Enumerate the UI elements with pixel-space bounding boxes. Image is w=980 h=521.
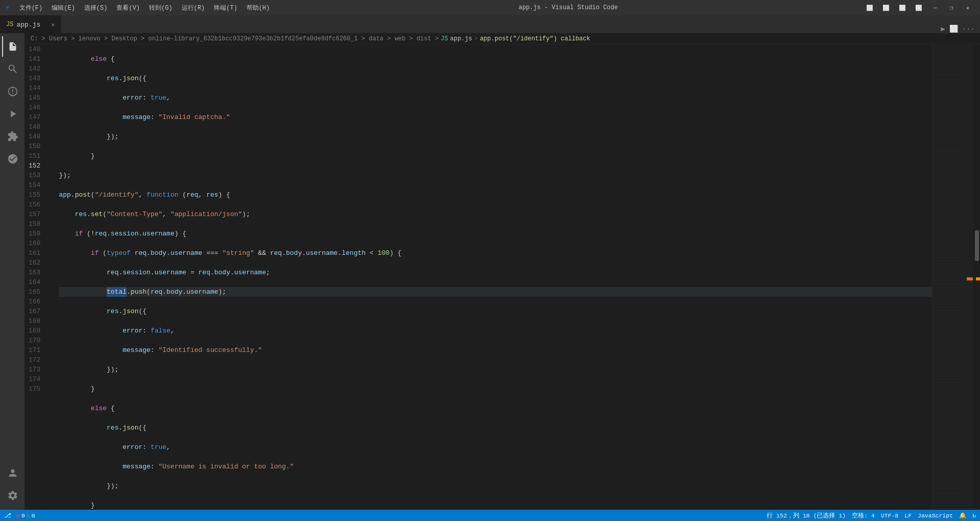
code-line-163: } xyxy=(59,501,932,510)
code-line-160: error: true, xyxy=(59,442,932,452)
status-encoding[interactable]: UTF-8 xyxy=(881,512,899,519)
ln-174: 174 xyxy=(29,374,46,384)
code-line-143: message: "Invalid captcha." xyxy=(59,112,932,122)
menu-view[interactable]: 查看(V) xyxy=(112,3,144,13)
window-controls[interactable]: ⬜ ⬜ ⬜ ⬜ — ❐ ✕ xyxy=(863,3,975,13)
ln-147: 147 xyxy=(29,112,46,122)
code-line-149: if (!req.session.username) { xyxy=(59,229,932,239)
ln-145: 145 xyxy=(29,93,46,103)
code-line-144: }); xyxy=(59,132,932,141)
menu-terminal[interactable]: 终端(T) xyxy=(210,3,241,13)
run-button[interactable]: ▶ xyxy=(941,25,945,33)
breadcrumb-file: app.js xyxy=(450,35,472,42)
ln-168: 168 xyxy=(29,316,46,326)
activity-account[interactable] xyxy=(2,463,22,483)
ln-172: 172 xyxy=(29,355,46,365)
ln-143: 143 xyxy=(29,74,46,83)
workspace: C: > Users > lenovo > Desktop > online-l… xyxy=(0,33,980,510)
warning-indicator xyxy=(976,277,980,280)
more-actions-button[interactable]: ··· xyxy=(962,25,975,33)
layout2-icon[interactable]: ⬜ xyxy=(879,3,893,13)
error-icon: ⊗ xyxy=(16,512,20,519)
layout-icon[interactable]: ⬜ xyxy=(863,3,877,13)
ln-153: 153 xyxy=(29,171,46,180)
code-line-159: res.json({ xyxy=(59,423,932,433)
status-errors[interactable]: ⊗ 0 ⚠ 0 xyxy=(16,512,35,519)
ln-146: 146 xyxy=(29,103,46,112)
maximize-button[interactable]: ❐ xyxy=(944,3,959,13)
status-left: ⎇ ⊗ 0 ⚠ 0 xyxy=(4,512,35,519)
encoding-text: UTF-8 xyxy=(881,512,899,519)
code-line-153: res.json({ xyxy=(59,306,932,316)
line-numbers: 140 141 142 143 144 145 146 147 148 149 … xyxy=(24,44,51,510)
code-line-154: error: false, xyxy=(59,326,932,336)
menu-select[interactable]: 选择(S) xyxy=(80,3,112,13)
tab-appjs[interactable]: JS app.js ✕ xyxy=(0,15,61,33)
sync-icon: ↻ xyxy=(972,512,976,519)
code-line-157: } xyxy=(59,384,932,394)
breadcrumb-js-icon: JS xyxy=(440,35,448,42)
ln-149: 149 xyxy=(29,132,46,141)
breadcrumb: C: > Users > lenovo > Desktop > online-l… xyxy=(24,33,980,44)
layout3-icon[interactable]: ⬜ xyxy=(895,3,910,13)
spaces-text: 空格: 4 xyxy=(852,512,875,519)
tab-bar: JS app.js ✕ ▶ ⬜ ··· xyxy=(0,15,980,33)
activity-bar xyxy=(0,33,24,510)
ln-157: 157 xyxy=(29,209,46,219)
breadcrumb-separator: > xyxy=(474,35,478,42)
close-button[interactable]: ✕ xyxy=(961,3,975,13)
editor-area: 140 141 142 143 144 145 146 147 148 149 … xyxy=(24,44,980,510)
window-title: app.js - Visual Studio Code xyxy=(274,4,863,11)
status-language[interactable]: JavaScript xyxy=(918,512,953,519)
activity-extensions[interactable] xyxy=(2,126,22,147)
feedback-icon: 🔔 xyxy=(959,512,966,519)
status-line-col[interactable]: 行 152，列 18 (已选择 1) xyxy=(767,512,846,519)
ln-164: 164 xyxy=(29,277,46,287)
ln-166: 166 xyxy=(29,297,46,306)
activity-settings[interactable] xyxy=(2,485,22,506)
status-spaces[interactable]: 空格: 4 xyxy=(852,512,875,519)
code-line-148: res.set("Content-Type", "application/jso… xyxy=(59,209,932,219)
activity-search[interactable] xyxy=(2,59,22,79)
ln-175: 175 xyxy=(29,384,46,394)
menu-edit[interactable]: 编辑(E) xyxy=(47,3,79,13)
menu-file[interactable]: 文件(F) xyxy=(15,3,47,13)
ln-167: 167 xyxy=(29,306,46,316)
title-bar: ⚡ 文件(F) 编辑(E) 选择(S) 查看(V) 转到(G) 运行(R) 终端… xyxy=(0,0,980,15)
menu-help[interactable]: 帮助(H) xyxy=(242,3,274,13)
ln-171: 171 xyxy=(29,345,46,355)
ln-150: 150 xyxy=(29,141,46,151)
status-eol[interactable]: LF xyxy=(904,512,912,519)
code-line-158: else { xyxy=(59,404,932,413)
scrollbar[interactable] xyxy=(973,44,980,510)
status-sync[interactable]: ↻ xyxy=(972,512,976,519)
code-line-156: }); xyxy=(59,365,932,374)
code-line-155: message: "Identified successfully." xyxy=(59,345,932,355)
error-count: 0 xyxy=(21,512,25,519)
minimize-button[interactable]: — xyxy=(928,3,942,13)
minimap-highlight xyxy=(967,277,973,280)
menu-goto[interactable]: 转到(G) xyxy=(145,3,177,13)
ln-152: 152 xyxy=(29,161,46,171)
code-line-152: total.push(req.body.username); xyxy=(59,287,932,297)
scrollbar-thumb[interactable] xyxy=(975,230,979,261)
menu-run[interactable]: 运行(R) xyxy=(178,3,209,13)
status-bar: ⎇ ⊗ 0 ⚠ 0 行 152，列 18 (已选择 1) 空格: 4 UTF-8… xyxy=(0,510,980,521)
ln-142: 142 xyxy=(29,64,46,74)
code-editor[interactable]: else { res.json({ error: true, message: … xyxy=(51,44,932,510)
code-container[interactable]: 140 141 142 143 144 145 146 147 148 149 … xyxy=(24,44,932,510)
code-line-162: }); xyxy=(59,481,932,491)
menu-bar[interactable]: 文件(F) 编辑(E) 选择(S) 查看(V) 转到(G) 运行(R) 终端(T… xyxy=(15,3,274,13)
code-line-140: else { xyxy=(59,54,932,64)
split-editor-button[interactable]: ⬜ xyxy=(949,25,958,33)
status-git-branch[interactable]: ⎇ xyxy=(4,512,11,519)
status-feedback[interactable]: 🔔 xyxy=(959,512,966,519)
activity-run-debug[interactable] xyxy=(2,104,22,124)
eol-text: LF xyxy=(904,512,912,519)
activity-source-control[interactable] xyxy=(2,81,22,102)
activity-explorer[interactable] xyxy=(2,36,22,57)
code-line-141: res.json({ xyxy=(59,74,932,83)
layout4-icon[interactable]: ⬜ xyxy=(912,3,926,13)
tab-close-button[interactable]: ✕ xyxy=(51,21,55,28)
activity-remote[interactable] xyxy=(2,149,22,169)
